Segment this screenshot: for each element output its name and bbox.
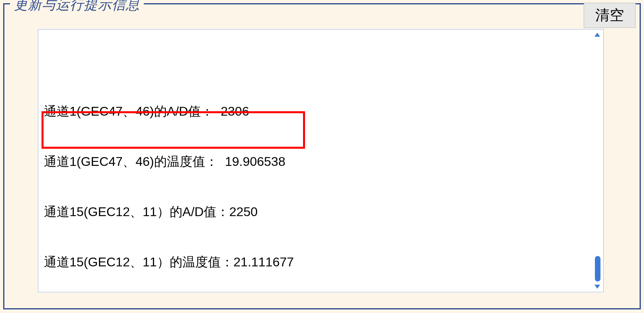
log-line: 通道15(GEC12、11）的温度值：21.111677 (44, 254, 595, 270)
log-textarea[interactable]: 通道1(GEC47、46)的A/D值： 2306 通道1(GEC47、46)的温… (38, 29, 604, 292)
log-block: 通道1(GEC47、46)的A/D值： 2306 通道1(GEC47、46)的温… (44, 69, 595, 292)
info-panel: 更新与运行提示信息 清空 通道1(GEC47、46)的A/D值： 2306 通道… (3, 3, 641, 309)
log-line: 通道1(GEC47、46)的温度值： 19.906538 (44, 153, 595, 170)
panel-title: 更新与运行提示信息 (10, 0, 144, 14)
log-content: 通道1(GEC47、46)的A/D值： 2306 通道1(GEC47、46)的温… (44, 36, 595, 292)
scrollbar-thumb[interactable] (595, 256, 600, 282)
scroll-down-icon[interactable] (594, 284, 601, 289)
svg-marker-0 (594, 33, 600, 37)
svg-marker-1 (594, 285, 600, 289)
scroll-up-icon[interactable] (594, 32, 601, 37)
log-line: 通道15(GEC12、11）的A/D值：2250 (44, 203, 595, 220)
clear-button[interactable]: 清空 (584, 3, 636, 28)
log-line: 通道1(GEC47、46)的A/D值： 2306 (44, 103, 595, 120)
